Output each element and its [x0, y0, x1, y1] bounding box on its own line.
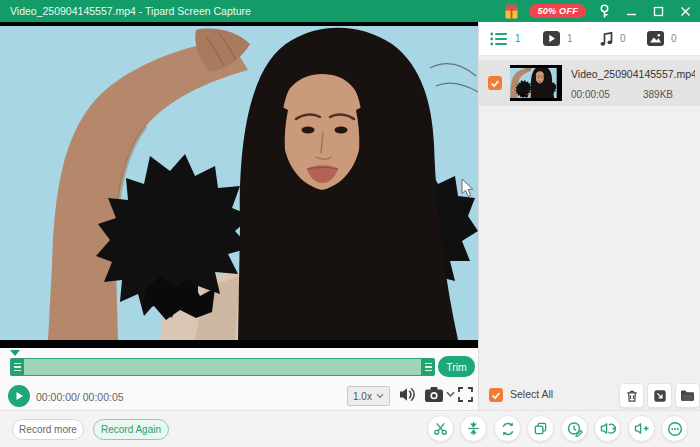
media-list-item[interactable]: Video_250904145557.mp4 00:00:05 389KB — [479, 60, 700, 106]
footer-bar: Record more Record Again — [0, 410, 700, 447]
item-filesize: 389KB — [643, 89, 673, 100]
video-preview[interactable] — [0, 22, 478, 348]
item-duration: 00:00:05 — [571, 89, 610, 100]
snapshot-chevron-icon[interactable] — [446, 391, 455, 398]
playhead-marker[interactable] — [10, 350, 20, 356]
maximize-button[interactable] — [649, 2, 667, 20]
register-key-icon[interactable] — [595, 2, 613, 20]
playback-time: 00:00:00/ 00:00:05 — [36, 391, 124, 403]
copy-duplicate-button[interactable] — [527, 415, 554, 442]
minimize-button[interactable] — [622, 2, 640, 20]
tab-video-icon[interactable] — [543, 31, 560, 46]
audio-convert-button[interactable] — [594, 415, 621, 442]
clock-edit-button[interactable] — [561, 415, 588, 442]
volume-boost-button[interactable] — [628, 415, 655, 442]
open-folder-icon[interactable] — [675, 383, 700, 408]
trim-timeline[interactable] — [10, 358, 435, 376]
select-all-checkbox[interactable] — [489, 388, 503, 402]
item-thumbnail — [510, 65, 562, 101]
gift-icon[interactable] — [503, 3, 520, 20]
fullscreen-icon[interactable] — [457, 386, 474, 403]
discount-badge[interactable]: 50% OFF — [529, 4, 586, 18]
tab-image-count: 0 — [671, 33, 677, 44]
tab-audio-count: 0 — [620, 33, 626, 44]
item-checkbox[interactable] — [488, 76, 502, 90]
app-window: Video_250904145557.mp4 - Tipard Screen C… — [0, 0, 700, 447]
tab-audio-icon[interactable] — [598, 31, 613, 47]
media-library-panel: 1 1 0 — [478, 22, 700, 410]
tab-image-icon[interactable] — [647, 31, 664, 46]
speed-value: 1.0x — [353, 391, 372, 402]
mouse-cursor — [460, 178, 474, 198]
record-again-button[interactable]: Record Again — [93, 419, 169, 440]
item-filename: Video_250904145557.mp4 — [571, 68, 695, 80]
volume-icon[interactable] — [399, 386, 418, 403]
delete-trash-icon[interactable] — [619, 383, 644, 408]
title-bar: Video_250904145557.mp4 - Tipard Screen C… — [0, 0, 700, 22]
tab-all-count: 1 — [515, 33, 521, 44]
window-title: Video_250904145557.mp4 - Tipard Screen C… — [10, 5, 251, 17]
trim-start-handle[interactable] — [10, 358, 24, 376]
merge-compress-button[interactable] — [460, 415, 487, 442]
record-more-button[interactable]: Record more — [12, 419, 84, 440]
speed-select[interactable]: 1.0x — [347, 386, 390, 406]
tab-video-count: 1 — [567, 33, 573, 44]
tab-all-list-icon[interactable] — [490, 31, 508, 47]
close-button[interactable] — [676, 2, 694, 20]
export-icon[interactable] — [647, 383, 672, 408]
snapshot-camera-icon[interactable] — [424, 386, 444, 403]
rotate-button[interactable] — [494, 415, 521, 442]
letterbox-bottom — [0, 340, 478, 348]
scissors-cut-button[interactable] — [427, 415, 454, 442]
video-frame-image — [0, 26, 478, 340]
trim-button[interactable]: Trim — [438, 356, 475, 377]
play-button[interactable] — [8, 385, 30, 407]
more-options-button[interactable] — [661, 415, 688, 442]
chevron-down-icon — [376, 393, 384, 399]
trim-end-handle[interactable] — [421, 358, 435, 376]
media-tab-bar: 1 1 0 — [479, 22, 700, 56]
player-controls: Trim 00:00:00/ 00:00:05 1.0x — [0, 348, 478, 410]
select-all-label: Select All — [510, 388, 553, 400]
